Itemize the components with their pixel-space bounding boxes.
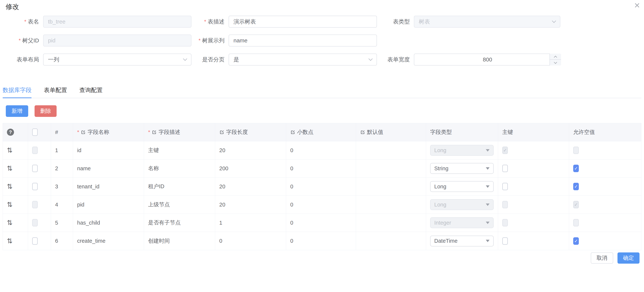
row-select-checkbox[interactable] [32,165,38,172]
cell-field-length[interactable]: 200 [215,160,286,177]
nullable-checkbox[interactable] [573,201,579,208]
cell-default-value[interactable] [356,160,426,177]
cancel-button[interactable]: 取消 [591,252,613,264]
cell-field-length[interactable]: 20 [215,141,286,159]
cell-field-desc[interactable]: 主键 [144,141,215,159]
cell-decimal[interactable]: 0 [286,141,356,159]
cell-field-name[interactable]: id [73,141,144,159]
stepper-down-button[interactable] [550,60,561,66]
required-asterisk: * [198,38,200,44]
cell-field-name[interactable]: has_child [73,214,144,232]
tab-form-config[interactable]: 表单配置 [44,86,67,98]
cell-default-value[interactable] [356,214,426,232]
cell-field-length[interactable]: 20 [215,178,286,196]
tab-query-config[interactable]: 查询配置 [80,86,102,98]
cell-field-name[interactable]: name [73,160,144,177]
help-icon[interactable]: ? [7,129,14,136]
cell-decimal[interactable]: 0 [286,160,356,177]
pagination-select[interactable]: 是 [228,54,377,66]
cell-field-length[interactable]: 20 [215,196,286,214]
cell-field-desc[interactable]: 租户ID [144,178,215,196]
table-desc-input[interactable]: 演示树表 [228,16,377,28]
field-type-select[interactable]: DateTime [430,236,494,246]
row-select-checkbox[interactable] [32,201,38,208]
cell-field-desc[interactable]: 是否有子节点 [144,214,215,232]
cell-decimal[interactable]: 0 [286,178,356,196]
drag-handle-icon[interactable]: ⇅ [7,183,12,190]
cell-field-name[interactable]: pid [73,196,144,214]
edit-icon [360,130,365,135]
drag-handle-icon[interactable]: ⇅ [7,165,12,172]
tree-parent-id-input[interactable]: pid [43,34,192,46]
field-type-select[interactable]: Integer [430,217,494,228]
row-select-checkbox[interactable] [32,146,38,154]
cell-decimal[interactable]: 0 [286,232,356,250]
cell-field-length[interactable]: 0 [215,232,286,250]
form-layout-label: 表单布局 [0,56,39,64]
drag-handle-icon[interactable]: ⇅ [7,201,12,208]
pagination-label: 是否分页 [189,56,224,64]
drag-handle-icon[interactable]: ⇅ [7,219,12,226]
tab-database-fields[interactable]: 数据库字段 [2,86,32,98]
primary-key-checkbox[interactable] [502,201,508,208]
cell-default-value[interactable] [356,141,426,159]
primary-key-checkbox[interactable] [502,165,508,172]
cell-decimal[interactable]: 0 [286,196,356,214]
cell-field-name[interactable]: tenant_id [73,178,144,196]
caret-down-icon [486,167,490,170]
row-select-checkbox[interactable] [32,219,38,226]
cell-field-desc[interactable]: 创建时间 [144,232,215,250]
tree-display-col-input[interactable]: name [228,34,377,46]
table-name-label: *表名 [0,18,39,26]
cell-default-value[interactable] [356,178,426,196]
field-type-select[interactable]: Long [430,181,494,192]
primary-key-checkbox[interactable] [502,183,508,190]
add-button[interactable]: 新增 [6,105,28,117]
fields-table: ? # *字段名称 *字段描述 字段长度 小数点 默认值 字段类型 主键 允许空… [2,123,642,250]
cell-default-value[interactable] [356,232,426,250]
form-layout-select[interactable]: 一列 [43,54,192,66]
edit-icon [290,130,295,135]
nullable-checkbox[interactable] [573,146,579,154]
tab-bar: 数据库字段 表单配置 查询配置 [2,86,642,98]
drag-handle-icon[interactable]: ⇅ [7,147,12,154]
header-decimal: 小数点 [286,123,356,141]
header-index: # [51,123,73,141]
cell-index: 4 [51,196,73,214]
form-item-form-width: 表单宽度 800 [370,54,561,66]
row-select-checkbox[interactable] [32,237,38,245]
nullable-checkbox[interactable] [573,237,579,245]
select-all-checkbox[interactable] [32,128,38,136]
delete-button[interactable]: 删除 [34,105,56,117]
close-icon[interactable]: × [634,0,640,10]
table-type-select[interactable]: 树表 [414,16,560,28]
field-type-select[interactable]: Long [430,199,494,210]
cell-decimal[interactable]: 0 [286,214,356,232]
table-name-input[interactable]: tb_tree [43,16,192,28]
stepper-up-button[interactable] [550,54,561,60]
nullable-checkbox[interactable] [573,183,579,190]
cell-field-length[interactable]: 1 [215,214,286,232]
nullable-checkbox[interactable] [573,219,579,226]
nullable-checkbox[interactable] [573,165,579,172]
dialog-title: 修改 [6,2,19,12]
form-width-value[interactable]: 800 [414,56,561,63]
row-select-checkbox[interactable] [32,183,38,190]
field-type-select[interactable]: String [430,163,494,174]
primary-key-checkbox[interactable] [502,146,508,154]
cell-index: 1 [51,141,73,159]
cell-field-desc[interactable]: 名称 [144,160,215,177]
cell-field-desc[interactable]: 上级节点 [144,196,215,214]
cell-index: 2 [51,160,73,177]
primary-key-checkbox[interactable] [502,219,508,226]
primary-key-checkbox[interactable] [502,237,508,245]
field-type-select[interactable]: Long [430,145,494,156]
cell-field-name[interactable]: create_time [73,232,144,250]
confirm-button[interactable]: 确定 [618,252,640,264]
cell-default-value[interactable] [356,196,426,214]
form-item-tree-display-col: *树展示列 name [189,34,377,46]
drag-handle-icon[interactable]: ⇅ [7,238,12,244]
form-item-table-type: 表类型 树表 [370,16,560,28]
form-width-stepper[interactable]: 800 [414,54,561,66]
chevron-down-icon [183,56,187,61]
